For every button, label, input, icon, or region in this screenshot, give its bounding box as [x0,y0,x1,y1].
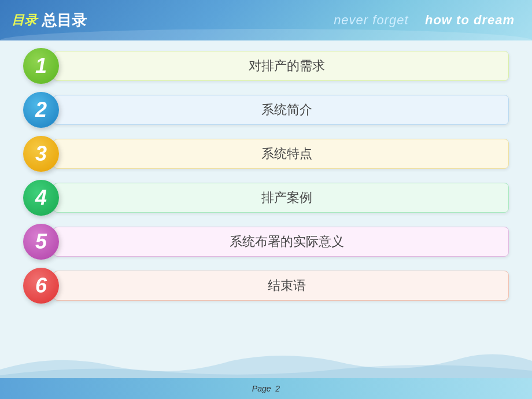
bottom-decoration [0,346,532,378]
circle-2: 2 [23,92,59,128]
footer-page-label: Page 2 [252,384,280,393]
mulu-label: 目录 [12,12,37,29]
menu-box-3[interactable]: 系统特点 [53,139,509,169]
footer: Page 2 [0,378,532,399]
tagline-how-to-dream: how to dream [425,13,515,27]
circle-5: 5 [23,224,59,260]
menu-row-1[interactable]: 1对排产的需求 [23,46,509,86]
header-title: 总目录 [42,10,87,31]
menu-box-5[interactable]: 系统布署的实际意义 [53,227,509,257]
circle-4: 4 [23,180,59,216]
menu-row-5[interactable]: 5系统布署的实际意义 [23,222,509,261]
tagline-never-forget: never forget [334,13,408,27]
circle-6: 6 [23,268,59,304]
menu-box-2[interactable]: 系统简介 [53,95,509,125]
main-content: 1对排产的需求2系统简介3系统特点4排产案例5系统布署的实际意义6结束语 [0,40,532,311]
circle-1: 1 [23,48,59,84]
menu-row-3[interactable]: 3系统特点 [23,134,509,173]
header-tagline: never forget how to dream [334,13,515,28]
menu-box-6[interactable]: 结束语 [53,271,509,301]
menu-box-4[interactable]: 排产案例 [53,183,509,213]
circle-3: 3 [23,136,59,172]
header-left: 目录 总目录 [12,10,87,31]
menu-row-6[interactable]: 6结束语 [23,266,509,305]
menu-row-4[interactable]: 4排产案例 [23,178,509,217]
menu-box-1[interactable]: 对排产的需求 [53,51,509,81]
menu-row-2[interactable]: 2系统简介 [23,90,509,130]
header: 目录 总目录 never forget how to dream [0,0,532,40]
